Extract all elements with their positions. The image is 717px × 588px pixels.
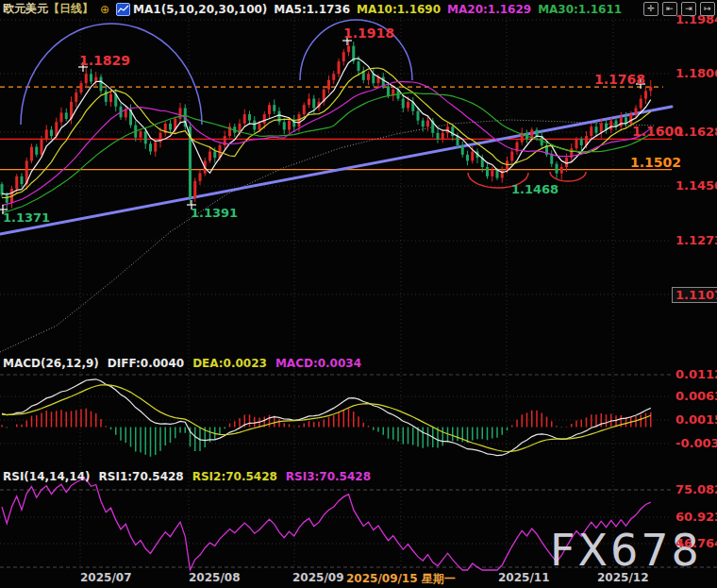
svg-text:1.1468: 1.1468: [511, 182, 559, 196]
period-label: 【日线】: [48, 1, 93, 17]
chart-header: 欧元美元【日线】 ⊕ MA1(5,10,20,30,100) MA5:1.173…: [3, 2, 622, 16]
ma20-value: MA20:1.1629: [447, 3, 531, 16]
axis-tick-label: 1.1806: [675, 66, 717, 80]
axis-tick-label: 0.0112: [675, 367, 717, 381]
rsi1-value: RSI1:70.5428: [99, 470, 184, 483]
axis-tick-label: 1.1273: [675, 233, 717, 247]
chart-toolbar: ✛⇤⇥↦: [643, 2, 715, 16]
axis-tick-label: 0.0015: [675, 412, 717, 427]
macd-dea-value: DEA:0.0023: [192, 357, 267, 370]
x-axis-label: 2025/07: [80, 571, 131, 584]
shift-out-icon[interactable]: ↦: [700, 2, 715, 16]
ma30-value: MA30:1.1611: [538, 3, 622, 16]
axis-tick-label: 1.1628: [675, 125, 717, 139]
ma-summary-label: MA1(5,10,20,30,100): [133, 3, 267, 16]
svg-text:1.1829: 1.1829: [79, 53, 130, 68]
axis-tick-label: -0.0034: [675, 436, 717, 450]
pan-icon[interactable]: ✛: [643, 2, 659, 16]
x-axis-label: 2025/09: [292, 571, 343, 584]
ma5-value: MA5:1.1736: [274, 3, 350, 16]
macd-value: MACD:0.0034: [275, 357, 361, 370]
axis-tick-label: 0.0063: [675, 389, 717, 403]
x-axis-label: 2025/11: [498, 571, 549, 584]
svg-text:1.1918: 1.1918: [343, 25, 394, 41]
axis-tick-label: 46.7646: [675, 536, 717, 550]
axis-tick-label: 1.1450: [675, 178, 717, 193]
scale-right-icon[interactable]: ⇥: [681, 2, 696, 16]
x-axis-label: 2025/08: [189, 571, 240, 584]
macd-params-label: MACD(26,12,9): [3, 357, 99, 370]
svg-text:1.1371: 1.1371: [3, 210, 50, 225]
x-axis-label: 2025/12: [597, 571, 648, 584]
axis-tick-label: 60.9234: [675, 510, 717, 524]
mini-chart-icon[interactable]: [116, 3, 130, 16]
rsi-params-label: RSI(14,14,14): [3, 470, 91, 483]
symbol-title: 欧元美元: [3, 1, 48, 17]
rsi-header: RSI(14,14,14) RSI1:70.5428 RSI2:70.5428 …: [3, 470, 371, 483]
svg-text:1.1502: 1.1502: [630, 155, 681, 170]
crosshair-date-label: 2025/09/15 星期一: [346, 571, 456, 587]
macd-diff-value: DIFF:0.0040: [108, 357, 184, 370]
target-icon[interactable]: ⊕: [100, 3, 109, 16]
svg-text:1.1768: 1.1768: [594, 72, 645, 87]
ma10-value: MA10:1.1690: [357, 3, 441, 16]
candlestick-chart-canvas[interactable]: 1.13711.13911.14681.18291.19181.17681.16…: [0, 0, 717, 588]
axis-tick-label: 75.0822: [675, 482, 717, 496]
scale-left-icon[interactable]: ⇤: [662, 2, 677, 16]
trading-app-window: 1.13711.13911.14681.18291.19181.17681.16…: [0, 0, 717, 588]
rsi2-value: RSI2:70.5428: [192, 470, 277, 483]
fx678-watermark: FX678: [550, 525, 702, 576]
macd-header: MACD(26,12,9) DIFF:0.0040 DEA:0.0023 MAC…: [3, 357, 361, 370]
axis-tick-label: 1.1107: [672, 287, 717, 303]
svg-text:1.1391: 1.1391: [191, 206, 238, 220]
rsi3-value: RSI3:70.5428: [286, 470, 371, 483]
